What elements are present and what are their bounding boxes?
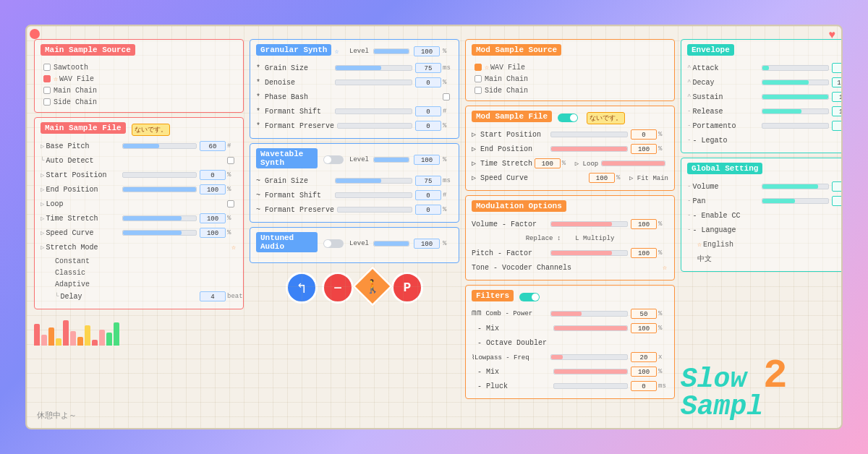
wav-radio[interactable] xyxy=(43,75,51,82)
wt-formant-shift-slider[interactable] xyxy=(335,192,412,198)
delay-value[interactable]: 4 xyxy=(200,291,226,301)
pan-slider[interactable] xyxy=(762,198,829,204)
auto-detect-checkbox[interactable] xyxy=(227,157,234,164)
mod-file-toggle[interactable] xyxy=(558,113,578,122)
portamento-value[interactable]: 0 xyxy=(832,121,843,131)
delay-label: Delay xyxy=(60,293,200,301)
stretch-classic[interactable]: Classic xyxy=(41,267,237,278)
formant-shift-slider[interactable] xyxy=(335,108,412,114)
main-chain-label: Main Chain xyxy=(54,87,97,95)
lowpass-mix-slider[interactable] xyxy=(553,369,628,374)
time-stretch-value[interactable]: 100 xyxy=(200,213,226,223)
decay-slider[interactable] xyxy=(762,80,829,85)
release-slider[interactable] xyxy=(762,108,829,114)
attack-value[interactable]: 50 xyxy=(832,63,843,73)
main-chain-radio[interactable] xyxy=(43,87,51,94)
lowpass-pluck-slider[interactable] xyxy=(553,383,628,389)
mod-loop-slider[interactable] xyxy=(601,160,665,166)
pitch-factor-value[interactable]: 100 xyxy=(631,248,657,258)
source-main-chain[interactable]: Main Chain xyxy=(41,85,237,96)
speed-curve-slider[interactable] xyxy=(122,230,197,236)
wt-formant-shift-value[interactable]: 0 xyxy=(415,190,441,200)
wt-grain-size-unit: ms xyxy=(443,177,453,184)
untuned-toggle[interactable] xyxy=(323,239,344,248)
mod-speed-value[interactable]: 100 xyxy=(589,173,615,183)
wavetable-toggle[interactable] xyxy=(323,155,344,164)
mod-time-stretch-value[interactable]: 100 xyxy=(535,158,561,168)
pitch-factor-slider[interactable] xyxy=(550,250,628,256)
granular-level-value[interactable]: 100 xyxy=(414,46,440,56)
base-pitch-value[interactable]: 60 xyxy=(200,141,226,151)
formant-preserve-slider[interactable] xyxy=(337,123,412,129)
decay-value[interactable]: 1000 xyxy=(832,77,843,87)
denoise-slider[interactable] xyxy=(335,80,412,85)
lowpass-pluck-value[interactable]: 0 xyxy=(631,381,657,391)
volume-factor-value[interactable]: 100 xyxy=(631,219,657,229)
comb-power-value[interactable]: 50 xyxy=(631,309,657,319)
comb-mix-slider[interactable] xyxy=(553,325,628,331)
untuned-level-slider[interactable] xyxy=(373,241,409,247)
start-position-slider[interactable] xyxy=(122,172,197,178)
formant-shift-value[interactable]: 0 xyxy=(415,106,441,116)
start-position-value[interactable]: 0 xyxy=(200,170,226,180)
lang-chinese-row[interactable]: 中文 xyxy=(687,252,843,265)
grain-size-slider[interactable] xyxy=(335,65,412,71)
base-pitch-slider[interactable] xyxy=(122,143,197,149)
sustain-slider[interactable] xyxy=(762,94,829,100)
source-wav[interactable]: ☆ WAV File xyxy=(41,73,237,85)
time-stretch-slider[interactable] xyxy=(122,215,197,221)
denoise-value[interactable]: 0 xyxy=(415,77,441,87)
main-sample-file-label: Main Sample File xyxy=(41,122,126,134)
comb-power-slider[interactable] xyxy=(550,311,628,317)
wt-grain-size-slider[interactable] xyxy=(335,178,412,184)
portamento-slider[interactable] xyxy=(762,123,829,129)
mod-wav-radio[interactable] xyxy=(475,64,482,71)
granular-level-slider[interactable] xyxy=(373,48,409,54)
mod-start-slider[interactable] xyxy=(550,132,628,137)
end-position-value[interactable]: 100 xyxy=(200,184,226,194)
wavetable-level-value[interactable]: 100 xyxy=(414,155,440,165)
mod-side-chain[interactable]: Side Chain xyxy=(472,85,668,96)
lowpass-freq-slider[interactable] xyxy=(550,354,628,360)
pan-value[interactable]: 0 xyxy=(832,196,843,206)
wt-formant-preserve-slider[interactable] xyxy=(337,207,412,213)
lowpass-mix-value[interactable]: 100 xyxy=(631,367,657,377)
lowpass-freq-value[interactable]: 20 xyxy=(631,352,657,362)
grain-size-value[interactable]: 75 xyxy=(415,63,441,73)
source-sawtooth[interactable]: Sawtooth xyxy=(41,61,237,73)
stretch-constant[interactable]: Constant xyxy=(41,255,237,267)
mod-main-chain-radio[interactable] xyxy=(475,75,482,82)
filters-toggle[interactable] xyxy=(519,293,540,301)
untuned-level-value[interactable]: 100 xyxy=(414,239,440,249)
sawtooth-radio[interactable] xyxy=(43,64,51,71)
wt-grain-size-value[interactable]: 75 xyxy=(415,176,441,186)
lowpass-freq-unit: x xyxy=(658,354,668,361)
attack-slider[interactable] xyxy=(762,65,829,71)
mod-wav-file[interactable]: ☆ WAV File xyxy=(472,61,668,73)
release-value[interactable]: 100 xyxy=(832,106,843,116)
mod-end-value[interactable]: 100 xyxy=(631,144,657,154)
source-side-chain[interactable]: Side Chain xyxy=(41,96,237,108)
volume-slider[interactable] xyxy=(762,184,829,189)
mod-main-chain[interactable]: Main Chain xyxy=(472,73,668,85)
stretch-adaptive[interactable]: Adaptive xyxy=(41,278,237,290)
comb-mix-value[interactable]: 100 xyxy=(631,323,657,333)
speed-curve-value[interactable]: 100 xyxy=(200,228,226,238)
mod-start-value[interactable]: 0 xyxy=(631,129,657,140)
volume-value[interactable]: -3 xyxy=(832,181,843,192)
loop-checkbox[interactable] xyxy=(227,200,234,207)
end-position-slider[interactable] xyxy=(122,187,197,192)
mod-side-chain-radio[interactable] xyxy=(475,87,482,94)
wavetable-level-slider[interactable] xyxy=(373,157,409,163)
volume-factor-slider[interactable] xyxy=(550,221,628,227)
lang-english-row[interactable]: ☆ English xyxy=(687,238,843,251)
formant-preserve-label: * Formant Preserve xyxy=(256,122,334,130)
phase-bash-checkbox[interactable] xyxy=(443,93,450,100)
sustain-value[interactable]: 100 xyxy=(832,92,843,102)
denoise-label: * Denoise xyxy=(256,79,332,87)
side-chain-radio[interactable] xyxy=(43,98,51,106)
wt-formant-preserve-value[interactable]: 0 xyxy=(415,205,441,215)
mod-end-slider[interactable] xyxy=(550,146,628,152)
formant-preserve-value[interactable]: 0 xyxy=(415,121,441,131)
close-button[interactable] xyxy=(30,29,40,39)
